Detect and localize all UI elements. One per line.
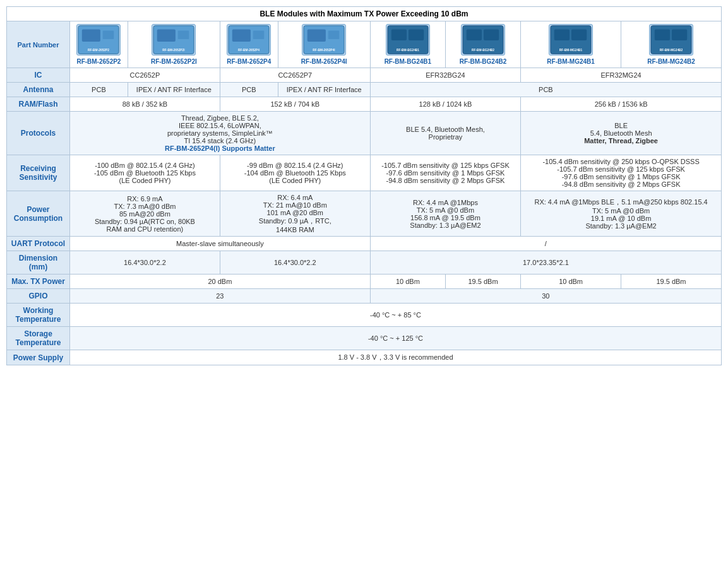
pwr-col1: RX: 6.9 mA TX: 7.3 mA@0 dBm 85 mA@20 dBm… — [70, 191, 220, 237]
protocols-col1-text: Thread, Zigbee, BLE 5.2, IEEE 802.15.4, … — [74, 114, 366, 145]
img-bg24b2: RF-BM-BG24B2 — [461, 24, 505, 56]
antenna-21: PCB — [220, 83, 278, 97]
part-num-2: RF-BM-2652P4 — [224, 58, 274, 65]
part-num-7: RF-BM-MG24B2 — [625, 58, 717, 65]
svg-rect-21 — [467, 29, 482, 40]
svg-rect-25 — [554, 29, 570, 40]
protocols-col3-text: BLE5.4, Bluetooth MeshMatter, Thread, Zi… — [525, 122, 717, 145]
protocols-col2-text: BLE 5.4, Bluetooth Mesh, Proprietray — [374, 126, 516, 141]
recv-col4-text: -105.4 dBm sensitivity @ 250 kbps O-QPSK… — [525, 158, 717, 188]
antenna-12-text: IPEX / ANT RF Interface — [136, 86, 212, 93]
label-power-consumption: Power Consumption — [7, 191, 70, 237]
col-bg24b2: RF-BM-BG24B2 RF-BM-BG24B2 — [445, 21, 520, 68]
tx-mg24b1: 10 dBm — [521, 275, 621, 289]
dim-col2: 16.4*30.0*2.2 — [220, 251, 370, 275]
label-ic: IC — [7, 68, 70, 83]
storage-temp-value: -40 °C ~ + 125 °C — [70, 327, 722, 350]
label-max-tx-power: Max. TX Power — [7, 275, 70, 289]
svg-rect-2 — [103, 30, 114, 39]
recv-col1: -100 dBm @ 802.15.4 (2.4 GHz) -105 dBm @… — [70, 155, 220, 191]
label-ram-flash: RAM/Flash — [7, 97, 70, 112]
table-title: BLE Modules with Maximum TX Power Exceed… — [7, 7, 722, 21]
tx-bg24b1: 10 dBm — [370, 275, 445, 289]
pwr-col2-text: RX: 6.4 mA TX: 21 mA@10 dBm 101 mA @20 d… — [224, 194, 366, 233]
img-2652p4i: RF-BM-2652P4I — [302, 24, 346, 56]
svg-rect-6 — [178, 30, 189, 39]
svg-text:RF-BM-MG24B1: RF-BM-MG24B1 — [559, 49, 583, 52]
pwr-col2: RX: 6.4 mA TX: 21 mA@10 dBm 101 mA @20 d… — [220, 191, 370, 237]
svg-text:RF-BM-BG24B1: RF-BM-BG24B1 — [397, 49, 419, 52]
working-temp-value: -40 °C ~ + 85 °C — [70, 304, 722, 327]
svg-rect-18 — [409, 29, 424, 40]
svg-rect-9 — [232, 29, 251, 41]
svg-rect-30 — [672, 29, 687, 40]
svg-text:RF-BM-2652P4: RF-BM-2652P4 — [238, 49, 260, 52]
recv-col3-text: -105.7 dBm sensitivity @ 125 kbps GFSK -… — [374, 162, 516, 184]
ic-col4: EFR32MG24 — [521, 68, 722, 83]
antenna-12: IPEX / ANT RF Interface — [128, 83, 220, 97]
recv-col3: -105.7 dBm sensitivity @ 125 kbps GFSK -… — [370, 155, 520, 191]
svg-text:RF-BM-2652P2: RF-BM-2652P2 — [88, 49, 109, 52]
part-num-0: RF-BM-2652P2 — [74, 58, 124, 65]
svg-rect-22 — [484, 29, 499, 40]
ram-col2: 152 kB / 704 kB — [220, 97, 370, 112]
pwr-col4-text: RX: 4.4 mA @1Mbps BLE，5.1 mA@250 kbps 80… — [525, 198, 717, 230]
img-bg24b1: RF-BM-BG24B1 — [386, 24, 430, 56]
col-2652p4: RF-BM-2652P4 RF-BM-2652P4 — [220, 21, 278, 68]
pwr-col4: RX: 4.4 mA @1Mbps BLE，5.1 mA@250 kbps 80… — [521, 191, 722, 237]
svg-rect-17 — [391, 29, 407, 40]
protocols-col3: BLE5.4, Bluetooth MeshMatter, Thread, Zi… — [521, 112, 722, 155]
col-2652p2: RF-BM-2652P2 RF-BM-2652P2 — [70, 21, 128, 68]
protocols-col1: Thread, Zigbee, BLE 5.2, IEEE 802.15.4, … — [70, 112, 371, 155]
antenna-col3: PCB — [370, 83, 721, 97]
label-antenna: Antenna — [7, 83, 70, 97]
svg-rect-26 — [571, 29, 587, 40]
ic-col1: CC2652P — [70, 68, 220, 83]
col-mg24b2: RF-BM-MG24B2 RF-BM-MG24B2 — [621, 21, 722, 68]
col-2652p2i: RF-BM-2652P2I RF-BM-2652P2I — [128, 21, 220, 68]
ram-col1: 88 kB / 352 kB — [70, 97, 220, 112]
ic-col2: CC2652P7 — [220, 68, 370, 83]
recv-col4: -105.4 dBm sensitivity @ 250 kbps O-QPSK… — [521, 155, 722, 191]
label-protocols: Protocols — [7, 112, 70, 155]
part-num-5: RF-BM-BG24B2 — [450, 58, 516, 65]
img-2652p2i: RF-BM-2652P2I — [152, 24, 196, 56]
svg-rect-14 — [328, 30, 339, 39]
antenna-11: PCB — [70, 83, 128, 97]
svg-text:RF-BM-BG24B2: RF-BM-BG24B2 — [472, 49, 494, 52]
col-2652p4i: RF-BM-2652P4I RF-BM-2652P4I — [278, 21, 370, 68]
uart-col1: Master-slave simultaneously — [70, 237, 371, 251]
part-num-6: RF-BM-MG24B1 — [525, 58, 617, 65]
img-2652p4: RF-BM-2652P4 — [227, 24, 271, 56]
recv-col2-text: -99 dBm @ 802.15.4 (2.4 GHz) -104 dBm @ … — [224, 162, 366, 184]
label-dimension: Dimension (mm) — [7, 251, 70, 275]
label-receiving-sensitivity: Receiving Sensitivity — [7, 155, 70, 191]
recv-col2: -99 dBm @ 802.15.4 (2.4 GHz) -104 dBm @ … — [220, 155, 370, 191]
antenna-22-text: IPEX / ANT RF Interface — [287, 86, 362, 93]
svg-rect-5 — [157, 29, 176, 41]
col-mg24b1: RF-BM-MG24B1 RF-BM-MG24B1 — [521, 21, 621, 68]
pwr-col3: RX: 4.4 mA @1Mbps TX: 5 mA @0 dBm 156.8 … — [370, 191, 520, 237]
gpio-col2: 30 — [370, 289, 721, 304]
col-bg24b1: RF-BM-BG24B1 RF-BM-BG24B1 — [370, 21, 445, 68]
power-supply-value: 1.8 V - 3.8 V，3.3 V is recommended — [70, 350, 722, 365]
part-num-4: RF-BM-BG24B1 — [374, 58, 441, 65]
svg-rect-1 — [82, 29, 100, 41]
svg-rect-13 — [307, 29, 326, 41]
part-num-3: RF-BM-2652P4I — [282, 58, 366, 65]
title-text: BLE Modules with Maximum TX Power Exceed… — [260, 9, 468, 18]
ic-col3: EFR32BG24 — [370, 68, 520, 83]
comparison-table: BLE Modules with Maximum TX Power Exceed… — [6, 6, 722, 365]
img-2652p2: RF-BM-2652P2 — [76, 24, 121, 56]
label-part-number: Part Number — [7, 21, 70, 68]
svg-text:RF-BM-2652P4I: RF-BM-2652P4I — [313, 49, 336, 52]
label-gpio: GPIO — [7, 289, 70, 304]
tx-mg24b2: 19.5 dBm — [621, 275, 722, 289]
label-uart-protocol: UART Protocol — [7, 237, 70, 251]
label-storage-temp: Storage Temperature — [7, 327, 70, 350]
protocols-col2: BLE 5.4, Bluetooth Mesh, Proprietray — [370, 112, 520, 155]
svg-rect-29 — [655, 29, 670, 40]
uart-col2: / — [370, 237, 721, 251]
ram-col3: 128 kB / 1024 kB — [370, 97, 520, 112]
gpio-col1: 23 — [70, 289, 371, 304]
